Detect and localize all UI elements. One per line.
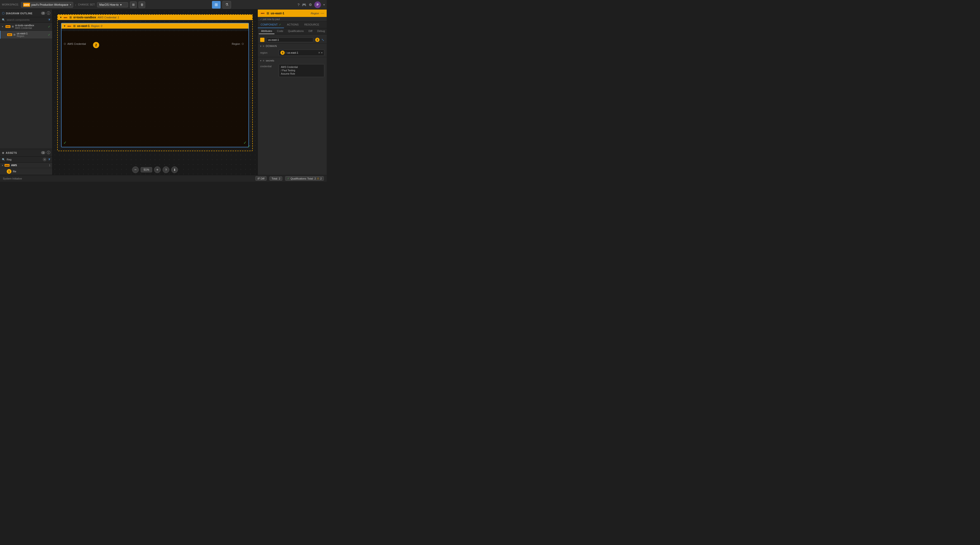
domain-section: ▾ ≡ domain region 4 I us-east-1 ✕ ▾: [258, 44, 327, 57]
name-value-box: us-east-1: [266, 37, 313, 42]
main-layout: ⬡ DIAGRAM OUTLINE 2 ⓘ 🔍 ⧩ ▾ aws ⊞ si-too…: [0, 10, 327, 175]
outline-item-si-tools-sandbox[interactable]: ▾ aws ⊞ si-tools-sandbox AWS Credential …: [0, 23, 52, 31]
subtab-debug[interactable]: Debug: [315, 29, 327, 34]
diagram-icon: ⊞: [215, 2, 218, 7]
diagram-info-icon[interactable]: ⓘ: [47, 11, 50, 16]
secrets-section-header[interactable]: ▾ ≡ secrets: [258, 58, 327, 63]
avatar-button[interactable]: P: [314, 2, 321, 8]
assets-clear-button[interactable]: ✕: [43, 157, 46, 161]
tab-component[interactable]: COMPONENT ✓: [258, 22, 284, 28]
qualifications-badge[interactable]: ✓ Qualifications Total: 2 ⚠ 2: [285, 176, 324, 181]
asset-number-badge: 1: [7, 169, 11, 174]
total-badge: Total: 2: [269, 176, 282, 181]
workspace-name: paul's Production Workspace: [32, 3, 68, 6]
canvas-area[interactable]: ▾ aws ⊞ si-tools-sandbox AWS Credential:…: [52, 10, 258, 175]
subtab-code[interactable]: Code: [274, 29, 285, 34]
number-badge-3: 3: [315, 38, 320, 42]
aws-credential-label: AWS Credential: [64, 43, 86, 45]
inner-frame-component-icon: ⊞: [73, 24, 76, 28]
inner-frame-chevron-icon[interactable]: ▾: [64, 24, 65, 28]
tab-resource-label: RESOURCE: [304, 23, 319, 26]
secrets-section: ▾ ≡ secrets credential AWS Credential / …: [258, 58, 327, 78]
filter-icon[interactable]: ⧩: [48, 18, 50, 21]
qual-total-label: Total:: [307, 177, 313, 180]
credential-value-card[interactable]: AWS Credential / Paul Testing Assume Rol…: [279, 64, 324, 77]
inner-frame-subtitle: Region: 0: [91, 25, 102, 27]
outer-frame-chevron-icon[interactable]: ▾: [60, 16, 62, 19]
changeset-chevron-icon: ▾: [120, 3, 122, 6]
meta-check-icon: ✓: [260, 18, 262, 21]
user-menu-chevron-icon[interactable]: ▾: [323, 3, 325, 6]
diagram-layout-button[interactable]: ⊞: [130, 2, 137, 8]
qual-label: Qualifications: [290, 177, 306, 180]
region-clear-icon[interactable]: ✕: [318, 51, 320, 54]
assets-info-icon[interactable]: ⓘ: [47, 151, 50, 155]
assets-search-input[interactable]: [7, 158, 41, 161]
flask-button[interactable]: ⚗: [223, 1, 231, 9]
search-bar: 🔍 ⧩: [0, 17, 52, 23]
workspace-aws-logo: aws: [23, 3, 30, 7]
domain-section-header[interactable]: ▾ ≡ domain: [258, 44, 327, 48]
subtab-attributes[interactable]: Attributes: [259, 29, 274, 34]
component-check-icon: ✓: [279, 23, 281, 26]
diagram-outline-title: DIAGRAM OUTLINE: [6, 12, 40, 15]
delete-button[interactable]: 🗑: [138, 2, 145, 8]
canvas-badge-2: 2: [92, 41, 100, 49]
tab-resource[interactable]: RESOURCE: [301, 22, 322, 28]
region-options-icon[interactable]: ▾: [321, 51, 323, 54]
help-icon[interactable]: ?: [298, 3, 299, 7]
aws-group-header[interactable]: ▾ aws AWS 1: [0, 163, 52, 168]
tab-actions[interactable]: ACTIONS: [284, 22, 301, 28]
search-input[interactable]: [7, 18, 46, 21]
assets-filter-icon[interactable]: ⧩: [48, 158, 50, 161]
zoom-bar: − 91% + ? ⬇: [132, 167, 178, 173]
check-bottom-right-icon: ✓: [243, 140, 247, 145]
diagram-layout-icon: ⊞: [132, 3, 135, 6]
assets-search-bar: 🔍 ✕ ⧩: [0, 157, 52, 163]
system-initiative-label: System Initiative: [3, 177, 22, 180]
canvas-container: ▾ aws ⊞ si-tools-sandbox AWS Credential:…: [57, 14, 253, 165]
settings-icon[interactable]: ⚙: [309, 3, 312, 7]
domain-list-icon: ≡: [263, 44, 264, 48]
aws-logo-us-east: aws: [7, 33, 12, 36]
diagram-outline-header: ⬡ DIAGRAM OUTLINE 2 ⓘ: [0, 10, 52, 17]
qual-total-count: 2: [315, 177, 316, 180]
panel-more-button[interactable]: ⋯: [320, 11, 324, 16]
changeset-selector[interactable]: MacOS How-to ▾: [97, 2, 128, 7]
asset-item-region[interactable]: 1 Re: [0, 168, 52, 175]
region-edit-icon[interactable]: I: [286, 51, 286, 54]
credential-attr-row: credential AWS Credential / Paul Testing…: [258, 63, 327, 78]
total-label: Total:: [272, 177, 278, 180]
panel-subtitle: Region: [311, 12, 319, 15]
outline-list: ▾ aws ⊞ si-tools-sandbox AWS Credential …: [0, 23, 52, 149]
zoom-in-button[interactable]: +: [154, 167, 161, 173]
outline-item-us-east-1[interactable]: aws ⊞ us-east-1 Region ✓: [0, 31, 52, 39]
inner-frame-header: ▾ aws ⊞ us-east-1 Region: 0: [62, 23, 248, 29]
assets-search-icon: 🔍: [2, 158, 5, 161]
us-east-info: us-east-1 Region: [17, 32, 47, 37]
workspace-selector[interactable]: aws paul's Production Workspace ▾: [21, 2, 73, 8]
region-attr-label: region: [260, 51, 277, 54]
tab-actions-label: ACTIONS: [287, 23, 299, 26]
assets-section: ◈ ASSETS 1 ⓘ 🔍 ✕ ⧩ ▾ aws AWS 1 1: [0, 149, 52, 175]
subtab-qualifications[interactable]: Qualifications: [286, 29, 306, 34]
outer-frame-si-tools[interactable]: ▾ aws ⊞ si-tools-sandbox AWS Credential:…: [57, 14, 253, 151]
discord-icon[interactable]: 🎮: [302, 3, 306, 7]
diff-label: Diff: [261, 177, 264, 180]
zoom-download-button[interactable]: ⬇: [171, 167, 178, 173]
workspace-chevron-icon: ▾: [70, 3, 71, 6]
si-tools-sub: AWS Credential: [15, 27, 47, 29]
diagram-view-button[interactable]: ⊞: [212, 1, 221, 9]
zoom-help-button[interactable]: ?: [162, 167, 169, 173]
resize-icon[interactable]: ⤡: [321, 38, 324, 42]
region-label: Region: [232, 43, 244, 45]
aws-logo-si-tools: aws: [5, 25, 11, 28]
secrets-expand-icon: ▾: [260, 59, 261, 62]
zoom-level: 91%: [141, 167, 152, 172]
inner-frame-us-east[interactable]: ▾ aws ⊞ us-east-1 Region: 0 AWS Credenti…: [61, 23, 249, 147]
diff-button[interactable]: ⇄ Diff: [255, 176, 267, 181]
subtab-diff[interactable]: Diff: [306, 29, 315, 34]
zoom-out-button[interactable]: −: [132, 167, 139, 173]
outer-frame-header: ▾ aws ⊞ si-tools-sandbox AWS Credential:…: [58, 15, 252, 20]
changeset-label: CHANGE SET:: [78, 3, 95, 6]
